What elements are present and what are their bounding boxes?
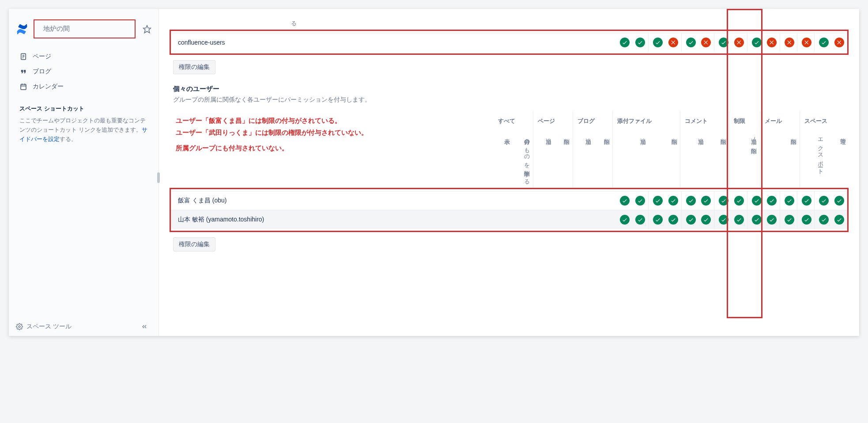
edit-permissions-button-groups[interactable]: 権限の編集 [173,60,215,74]
table-row: 飯富 くま昌 (obu) [171,191,847,210]
main-content: る confluence-users 権限の編集 個々のユーザー グループの所属… [159,9,859,336]
perm-cell [764,210,780,229]
sub-header-delete-3: 削除 [554,129,573,188]
row-name: 飯富 くま昌 (obu) [171,191,617,210]
perm-cell [681,191,698,210]
svg-rect-5 [21,84,26,90]
sub-header-delete-9: 削除 [706,129,729,188]
check-icon [620,196,630,206]
cat-space: スペース [800,111,849,129]
nav-blog[interactable]: ブログ [12,64,155,79]
shortcuts-text: ここでチームやプロジェクトの最も重要なコンテンツのショートカット リンクを追加で… [19,116,148,144]
annotation-line-3: 所属グループにも付与されていない。 [176,144,288,152]
users-rows: 飯富 くま昌 (obu)山本 敏裕 (yamamoto.toshihiro) [171,191,847,229]
cross-icon [767,38,777,47]
check-icon [701,196,711,206]
sub-header-add_delete-10: 追加/削除 [729,129,760,188]
nav-calendar-label: カレンダー [33,83,64,91]
row-name: confluence-users [171,33,617,52]
perm-cell [633,191,649,210]
users-permissions-table: ユーザー「飯富くま昌」には制限の付与がされている。 ユーザー「武田りっくま」には… [170,111,849,188]
sub-header-add-2: 追加 [533,129,554,188]
cross-icon [802,38,811,47]
edit-permissions-button-users[interactable]: 権限の編集 [173,237,215,252]
perm-cell [764,33,780,52]
nav-pages-label: ページ [33,53,51,61]
space-tools-label: スペース ツール [26,323,72,331]
row-name: 山本 敏裕 (yamamoto.toshihiro) [171,210,617,229]
perm-cell [747,33,764,52]
perm-cell [698,210,714,229]
check-icon [719,196,728,206]
cross-icon [668,38,678,47]
sub-header-admin-13: 管理 [826,129,849,188]
perm-cell [649,191,666,210]
check-icon [686,38,696,47]
sub-header-delete-11: 削除 [760,129,800,188]
check-icon [635,38,645,47]
annotation-groups-box: confluence-users [170,30,849,55]
nav-calendar[interactable]: カレンダー [12,79,155,94]
perm-cell [797,191,815,210]
check-icon [653,215,663,225]
perm-cell [649,210,666,229]
table-row: confluence-users [171,33,847,52]
perm-cell [831,210,847,229]
check-icon [767,215,777,225]
sub-header-add-6: 追加 [613,129,649,188]
annotation-line-1: ユーザー「飯富くま昌」には制限の付与がされている。 [176,117,341,124]
check-icon [734,196,744,206]
users-section-title: 個々のユーザー [173,85,849,93]
space-tools-link[interactable]: スペース ツール [16,323,72,331]
sub-header-view-0: 表示 [494,129,513,188]
groups-rows: confluence-users [171,33,847,52]
perm-cell [633,33,649,52]
cat-comment: コメント [680,111,729,129]
check-icon [620,215,630,225]
sub-header-add-8: 追加 [680,129,707,188]
group-header-tail: る [212,11,300,30]
perm-cell [681,33,698,52]
check-icon [668,196,678,206]
perm-cell [617,33,633,52]
perm-cell [665,210,681,229]
perm-cell [731,210,747,229]
star-icon[interactable] [143,25,151,34]
cat-restrict: 制限 [729,111,760,129]
annotation-text: ユーザー「飯富くま昌」には制限の付与がされている。 ユーザー「武田りっくま」には… [172,114,402,154]
check-icon [819,38,829,47]
perm-cell [698,191,714,210]
check-icon [668,215,678,225]
check-icon [719,215,728,225]
collapse-icon[interactable] [141,323,148,330]
check-icon [819,196,829,206]
perm-cell [665,191,681,210]
cat-mail: メール [760,111,800,129]
check-icon [834,196,844,206]
nav-pages[interactable]: ページ [12,49,155,64]
check-icon [719,38,728,47]
perm-cell [797,33,815,52]
check-icon [819,215,829,225]
check-icon [701,215,711,225]
perm-cell [617,210,633,229]
cat-all: すべて [494,111,533,129]
check-icon [752,196,762,206]
check-icon [802,196,811,206]
check-icon [752,38,762,47]
cross-icon [734,38,744,47]
confluence-logo-icon [16,23,28,35]
perm-cell [714,33,732,52]
check-icon [620,38,630,47]
check-icon [635,215,645,225]
sub-header-delete_own-1: 自分のものを削除する [513,129,533,188]
space-name[interactable]: 地炉の間 [34,19,136,38]
perm-cell [665,33,681,52]
perm-cell [649,33,666,52]
sub-header-delete-5: 削除 [594,129,613,188]
table-row: 山本 敏裕 (yamamoto.toshihiro) [171,210,847,229]
shortcuts-suffix: する。 [60,136,77,142]
check-icon [734,215,744,225]
perm-cell [815,33,832,52]
svg-point-9 [19,326,20,328]
